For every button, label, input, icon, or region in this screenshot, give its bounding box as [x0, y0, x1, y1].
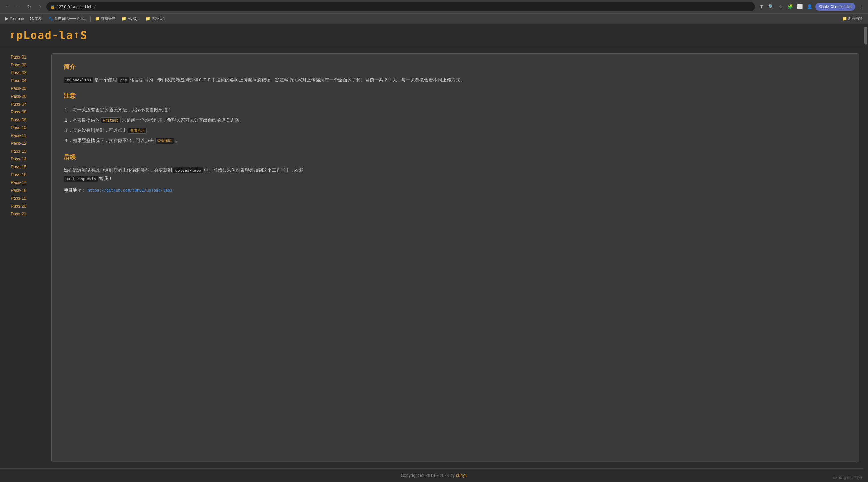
profile-icon-btn[interactable]: 👤 — [806, 2, 814, 11]
bookmark-mysql[interactable]: 📁 MySQL — [119, 16, 142, 22]
pull-requests-tag: pull requests — [64, 176, 98, 181]
project-addr-label: 项目地址： — [64, 187, 86, 193]
netsec-folder-icon: 📁 — [146, 16, 150, 21]
folder-icon: 📁 — [95, 16, 100, 21]
upload-labs-code-tag: upload-labs — [64, 77, 93, 83]
logo-text: pLoad-la — [16, 29, 73, 41]
home-button[interactable]: ⌂ — [36, 2, 44, 11]
sidebar-item-pass20[interactable]: Pass-20 — [9, 202, 45, 209]
baidu-icon: 🐾 — [48, 16, 53, 21]
browser-toolbar: ← → ↻ ⌂ 🔒 127.0.0.1/upload-labs/ T 🔍 ☆ 🧩… — [0, 0, 868, 13]
view-hint-tag[interactable]: 查看提示 — [128, 127, 147, 134]
site-logo: ⬆pLoad-la⬆S — [9, 29, 859, 41]
bookmark-youtube-label: YouTube — [10, 17, 24, 21]
translate-icon-btn[interactable]: T — [757, 2, 766, 11]
main-layout: Pass-01 Pass-02 Pass-03 Pass-04 Pass-05 … — [0, 47, 868, 469]
notice-item-3: ３．实在没有思路时，可以点击 查看提示 。 — [64, 125, 846, 136]
sidebar-item-pass13[interactable]: Pass-13 — [9, 147, 45, 155]
php-code-tag: php — [118, 77, 129, 83]
sidebar-item-pass21[interactable]: Pass-21 — [9, 210, 45, 218]
sidebar-item-pass19[interactable]: Pass-19 — [9, 195, 45, 202]
page-wrapper: ⬆pLoad-la⬆S Pass-01 Pass-02 Pass-03 Pass… — [0, 24, 868, 482]
logo-arrow-up2: ⬆ — [73, 29, 81, 41]
sidebar-item-pass15[interactable]: Pass-15 — [9, 163, 45, 170]
logo-arrow-up: ⬆ — [9, 29, 16, 41]
site-footer: Copyright @ 2018 ~ 2024 by c0ny1 — [0, 469, 868, 482]
bookmark-map[interactable]: 🗺 地图 — [27, 15, 44, 22]
view-source-tag[interactable]: 查看源码 — [155, 138, 174, 144]
sidebar-item-pass08[interactable]: Pass-08 — [9, 108, 45, 115]
sidebar-item-pass09[interactable]: Pass-09 — [9, 116, 45, 123]
mysql-folder-icon: 📁 — [121, 16, 126, 21]
browser-chrome: ← → ↻ ⌂ 🔒 127.0.0.1/upload-labs/ T 🔍 ☆ 🧩… — [0, 0, 868, 24]
update-chrome-button[interactable]: 有新版 Chrome 可用 — [815, 3, 855, 10]
all-bookmarks-icon: 📁 — [842, 16, 847, 21]
bk-separator — [90, 16, 91, 21]
bookmarks-bar: ▶ YouTube 🗺 地图 🐾 百度贴吧——全球... 📁 收藏夹栏 📁 My… — [0, 13, 868, 24]
sidebar-item-pass04[interactable]: Pass-04 — [9, 77, 45, 84]
intro-paragraph: upload-labs 是一个使用 php 语言编写的，专门收集渗透测试和ＣＴＦ… — [64, 76, 846, 84]
sidebar-item-pass11[interactable]: Pass-11 — [9, 132, 45, 139]
followup-section-title: 后续 — [64, 153, 846, 161]
content-area: 简介 upload-labs 是一个使用 php 语言编写的，专门收集渗透测试和… — [51, 53, 859, 462]
bookmark-all-label: 所有书签 — [848, 16, 863, 21]
sidebar: Pass-01 Pass-02 Pass-03 Pass-04 Pass-05 … — [9, 53, 45, 462]
bookmark-youtube[interactable]: ▶ YouTube — [3, 16, 26, 22]
notice-item-2: ２．本项目提供的 writeup 只是起一个参考作用，希望大家可以分享出自己的通… — [64, 115, 846, 125]
bookmark-netsec-label: 网络安全 — [152, 16, 166, 21]
bookmark-all[interactable]: 📁 所有书签 — [840, 15, 865, 22]
sidebar-item-pass07[interactable]: Pass-07 — [9, 101, 45, 108]
intro-section-title: 简介 — [64, 63, 846, 71]
bookmark-map-label: 地图 — [35, 16, 42, 21]
notice-item-1: １．每一关没有固定的通关方法，大家不要自限思维！ — [64, 105, 846, 115]
writeup-tag: writeup — [101, 117, 121, 123]
scrollbar-rail[interactable] — [864, 27, 868, 482]
sidebar-item-pass17[interactable]: Pass-17 — [9, 179, 45, 186]
search-icon-btn[interactable]: 🔍 — [767, 2, 775, 11]
notice-section-title: 注意 — [64, 92, 846, 100]
sidebar-item-pass06[interactable]: Pass-06 — [9, 93, 45, 100]
upload-labs-code-tag2: upload-labs — [173, 167, 203, 173]
sidebar-item-pass14[interactable]: Pass-14 — [9, 155, 45, 163]
forward-button[interactable]: → — [14, 2, 22, 11]
bookmark-favorites[interactable]: 📁 收藏夹栏 — [93, 15, 118, 22]
bookmark-mysql-label: MySQL — [127, 17, 140, 21]
star-icon-btn[interactable]: ☆ — [777, 2, 785, 11]
sidebar-icon-btn[interactable]: ⬜ — [796, 2, 804, 11]
sidebar-item-pass01[interactable]: Pass-01 — [9, 53, 45, 61]
youtube-icon: ▶ — [5, 16, 8, 21]
address-text: 127.0.0.1/upload-labs/ — [57, 4, 96, 9]
project-link[interactable]: https://github.com/c0ny1/upload-labs — [87, 188, 173, 193]
bookmark-baidu[interactable]: 🐾 百度贴吧——全球... — [46, 15, 89, 22]
notice-item-4: ４．如果黑盒情况下，实在做不出，可以点击 查看源码 。 — [64, 136, 846, 146]
site-header: ⬆pLoad-la⬆S — [0, 24, 868, 47]
scrollbar-thumb[interactable] — [864, 27, 867, 45]
menu-icon-btn[interactable]: ⋮ — [857, 2, 865, 11]
logo-s: S — [81, 29, 88, 41]
bookmark-baidu-label: 百度贴吧——全球... — [54, 16, 86, 21]
project-address: 项目地址： https://github.com/c0ny1/upload-la… — [64, 187, 846, 193]
back-button[interactable]: ← — [3, 2, 11, 11]
followup-paragraph: 如在渗透测试实战中遇到新的上传漏洞类型，会更新到 upload-labs 中。当… — [64, 166, 846, 183]
footer-text-pre: Copyright @ 2018 ~ 2024 by — [401, 473, 456, 478]
sidebar-item-pass12[interactable]: Pass-12 — [9, 140, 45, 147]
address-bar-wrap[interactable]: 🔒 127.0.0.1/upload-labs/ — [46, 2, 755, 11]
sidebar-item-pass03[interactable]: Pass-03 — [9, 69, 45, 76]
extensions-icon-btn[interactable]: 🧩 — [786, 2, 795, 11]
sidebar-item-pass02[interactable]: Pass-02 — [9, 61, 45, 68]
sidebar-item-pass05[interactable]: Pass-05 — [9, 85, 45, 92]
sidebar-item-pass18[interactable]: Pass-18 — [9, 187, 45, 194]
page-note: CSDN @未知百分画 — [833, 476, 863, 480]
notice-list: １．每一关没有固定的通关方法，大家不要自限思维！ ２．本项目提供的 writeu… — [64, 105, 846, 146]
bookmark-favorites-label: 收藏夹栏 — [101, 16, 116, 21]
sidebar-item-pass16[interactable]: Pass-16 — [9, 171, 45, 178]
toolbar-icons: T 🔍 ☆ 🧩 ⬜ 👤 有新版 Chrome 可用 ⋮ — [757, 2, 865, 11]
reload-button[interactable]: ↻ — [25, 2, 33, 11]
sidebar-item-pass10[interactable]: Pass-10 — [9, 124, 45, 131]
map-icon: 🗺 — [30, 16, 34, 21]
footer-author: c0ny1 — [456, 473, 467, 478]
bookmark-netsec[interactable]: 📁 网络安全 — [143, 15, 168, 22]
bookmarks-right: 📁 所有书签 — [840, 15, 865, 22]
